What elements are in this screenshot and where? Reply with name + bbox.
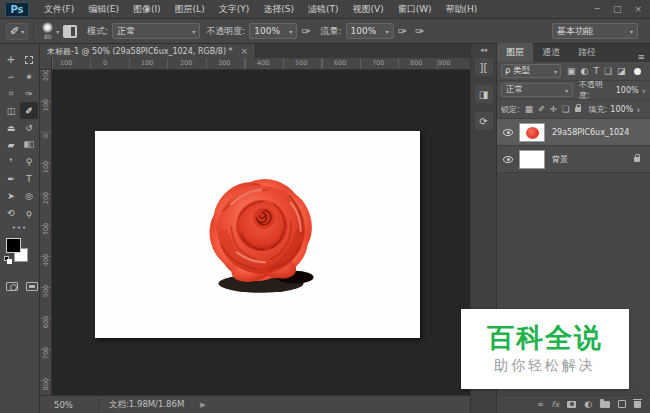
tab-channels[interactable]: 通道 [533,43,569,62]
tab-paths[interactable]: 路径 [569,43,605,62]
zoom-tool[interactable]: ϙ [20,204,38,221]
visibility-eye-icon[interactable] [503,129,513,136]
quick-mask-button[interactable] [6,282,18,291]
airbrush-toggle-icon[interactable]: ✑ [398,25,407,38]
eraser-tool[interactable]: ▰ [2,136,20,153]
tablet-pressure-opacity-icon[interactable]: ✑ [301,25,310,38]
chevron-down-icon: ▾ [289,28,292,35]
filter-adjustment-icon[interactable]: ◐ [581,66,589,76]
opacity-select[interactable]: 100% ▾ [249,23,297,39]
filter-pixel-icon[interactable]: ▣ [567,66,576,76]
layer-row-background[interactable]: 背景 [497,146,650,173]
filter-smart-object-icon[interactable]: ◪ [617,66,626,76]
layer-thumbnail[interactable] [519,123,545,142]
zoom-level-field[interactable]: 50% [54,400,98,410]
close-button[interactable]: × [634,4,642,14]
filter-kind-select[interactable]: ρ 类型 ▾ [501,64,561,78]
chevron-down-icon: ▾ [554,68,557,75]
new-group-icon[interactable] [600,401,610,408]
filter-shape-icon[interactable]: ❏ [604,66,612,76]
lock-transparency-icon[interactable]: ▦ [525,104,533,114]
shape-tool[interactable]: ◎ [20,187,38,204]
ruler-label: 100 [141,59,153,67]
blur-tool[interactable]: ❜ [2,153,20,170]
brush-preset-picker[interactable]: 80 [42,22,53,40]
chevron-down-icon[interactable]: ▾ [56,28,59,35]
move-tool[interactable]: ✛ [2,51,20,68]
filter-type-icon[interactable]: T [593,66,599,76]
path-select-tool[interactable]: ➤ [2,187,20,204]
menu-image[interactable]: 图像(I) [126,0,168,18]
flow-select[interactable]: 100% ▾ [346,23,394,39]
layer-opacity-value[interactable]: 100% [616,86,639,95]
menu-layer[interactable]: 图层(L) [168,0,212,18]
panel-menu-icon[interactable]: ≡ [637,52,645,62]
menu-filter[interactable]: 滤镜(T) [301,0,346,18]
menu-type[interactable]: 文字(Y) [212,0,257,18]
toolbox-more-dots[interactable]: ••• [0,224,39,232]
healing-brush-tool[interactable]: ◫ [2,102,20,119]
status-options-arrow-icon[interactable]: ▶ [200,401,205,409]
fill-value[interactable]: 100% [610,105,633,114]
rotate-view-tool[interactable]: ⟲ [2,204,20,221]
layer-blend-select[interactable]: 正常 ▾ [501,83,573,97]
adjustments-panel-icon[interactable]: ◨ [475,85,493,103]
pen-tool[interactable]: ✒ [2,170,20,187]
tab-layers[interactable]: 图层 [497,43,533,62]
clone-stamp-tool[interactable]: ⏏ [2,119,20,136]
properties-panel-icon[interactable]: ⟳ [475,112,493,130]
gradient-tool[interactable] [20,136,38,153]
link-layers-icon[interactable]: ∞ [537,400,544,409]
photoshop-window: Ps 文件(F) 编辑(E) 图像(I) 图层(L) 文字(Y) 选择(S) 滤… [0,0,650,413]
tool-preset-picker[interactable]: ✐ ▾ [6,23,28,40]
lock-artboard-icon[interactable]: ❏ [562,104,570,114]
history-brush-tool[interactable]: ↺ [20,119,38,136]
foreground-color-swatch[interactable] [6,238,21,253]
menu-select[interactable]: 选择(S) [256,0,301,18]
expand-panels-icon[interactable]: ◂◂ [480,46,487,54]
visibility-eye-icon[interactable] [503,156,513,163]
chevron-down-icon[interactable]: ∨ [642,87,646,94]
workspace-select[interactable]: 基本功能 ▾ [552,23,638,39]
maximize-button[interactable]: □ [613,4,622,14]
marquee-tool[interactable] [20,51,38,68]
menu-edit[interactable]: 编辑(E) [81,0,126,18]
brush-panel-toggle-icon[interactable] [63,25,77,38]
layer-style-icon[interactable]: fx [552,400,560,409]
lock-pixels-icon[interactable]: ✐ [538,104,545,114]
screen-mode-button[interactable] [26,282,38,291]
adjustment-layer-icon[interactable]: ◐ [584,399,592,409]
lock-position-icon[interactable]: ✛ [550,104,557,114]
blend-mode-select[interactable]: 正常 ▾ [112,23,200,39]
eyedropper-tool[interactable]: ✑ [20,85,38,102]
crop-tool[interactable]: ⌗ [2,85,20,102]
brush-tool[interactable]: ✐ [20,102,38,119]
menu-file[interactable]: 文件(F) [37,0,81,18]
tablet-pressure-size-icon[interactable]: ✑ [415,25,424,38]
filter-toggle-icon[interactable] [634,68,641,75]
new-layer-icon[interactable] [618,400,626,408]
delete-layer-icon[interactable] [634,401,641,408]
layer-row-rose[interactable]: 29a58PIC6ux_1024 [497,119,650,146]
magic-wand-tool[interactable]: ✶ [20,68,38,85]
canvas-area[interactable] [52,70,470,395]
type-tool[interactable]: T [20,170,38,187]
menu-view[interactable]: 视图(V) [345,0,390,18]
lock-all-icon[interactable] [575,107,581,112]
history-panel-icon[interactable]: ][ [475,58,493,76]
layer-name[interactable]: 29a58PIC6ux_1024 [552,128,629,137]
ruler-label: 400 [257,59,269,67]
dodge-tool[interactable]: ⚲ [20,153,38,170]
menu-help[interactable]: 帮助(H) [439,0,485,18]
lasso-tool[interactable]: ∽ [2,68,20,85]
tab-close-icon[interactable]: × [241,46,249,56]
add-mask-icon[interactable] [567,401,576,408]
chevron-down-icon[interactable]: ∨ [636,106,640,113]
document-tab[interactable]: 未标题-1 @ 50% (29a58PIC6ux_1024, RGB/8) * … [40,44,256,58]
layer-name[interactable]: 背景 [552,154,568,165]
menu-window[interactable]: 窗口(W) [391,0,439,18]
layer-thumbnail[interactable] [519,150,545,169]
opacity-value: 100% [254,26,280,36]
document-canvas[interactable] [95,131,420,338]
minimize-button[interactable]: ─ [595,4,600,14]
